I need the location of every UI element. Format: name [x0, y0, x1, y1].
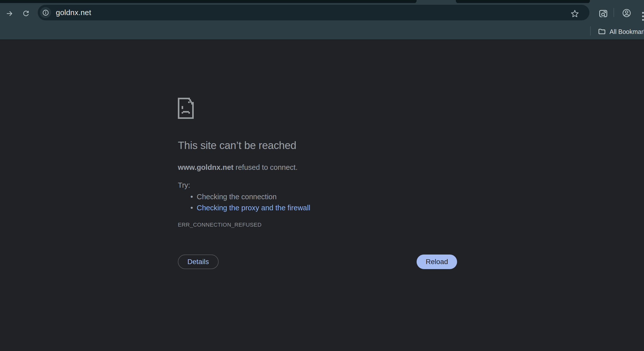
error-title: This site can’t be reached: [178, 139, 296, 152]
bookmarks-bar: All Bookmarks: [0, 24, 644, 39]
proxy-firewall-link[interactable]: Checking the proxy and the firewall: [197, 204, 310, 212]
button-row: Details Reload: [178, 255, 457, 269]
error-content: This site can’t be reached www.goldnx.ne…: [178, 39, 457, 351]
browser-toolbar: goldnx.net: [0, 3, 644, 24]
suggestion-list: Checking the connection Checking the pro…: [178, 191, 310, 213]
address-bar[interactable]: goldnx.net: [38, 5, 589, 20]
error-page: This site can’t be reached www.goldnx.ne…: [0, 39, 644, 351]
folder-icon[interactable]: [597, 27, 606, 36]
error-message-rest: refused to connect.: [233, 163, 298, 171]
forward-icon[interactable]: [6, 8, 13, 19]
sad-file-icon: [178, 98, 194, 119]
site-info-icon: [42, 9, 49, 16]
profile-icon[interactable]: [622, 8, 631, 18]
url-text[interactable]: goldnx.net: [56, 5, 91, 20]
menu-dots-icon[interactable]: [641, 9, 644, 23]
error-domain: www.goldnx.net: [178, 163, 233, 171]
try-label: Try:: [178, 181, 190, 189]
tab-strip: [0, 0, 644, 3]
toolbar-divider: [614, 8, 614, 17]
suggestion-item: Checking the proxy and the firewall: [178, 202, 310, 213]
reload-icon[interactable]: [22, 8, 30, 19]
site-info-chip[interactable]: [40, 7, 51, 18]
reload-button[interactable]: Reload: [417, 255, 457, 269]
bookmarks-divider: [590, 26, 591, 35]
details-button[interactable]: Details: [178, 255, 219, 269]
bookmark-star-icon[interactable]: [569, 8, 580, 19]
suggestion-text: Checking the connection: [197, 193, 277, 201]
all-bookmarks-button[interactable]: All Bookmarks: [610, 24, 644, 39]
suggestion-item: Checking the connection: [178, 191, 310, 202]
error-code: ERR_CONNECTION_REFUSED: [178, 222, 262, 228]
error-message: www.goldnx.net refused to connect.: [178, 162, 298, 172]
side-panel-search-icon[interactable]: [598, 8, 608, 19]
